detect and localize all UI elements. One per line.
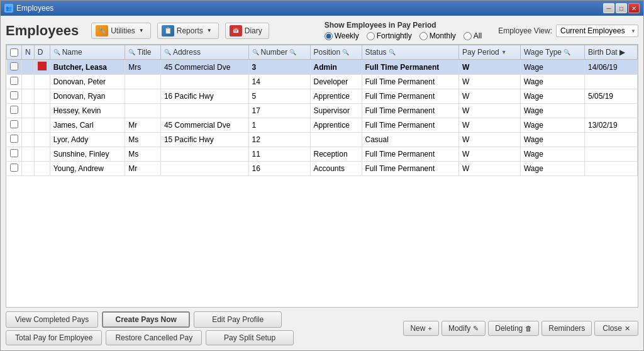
table-row[interactable]: Young, Andrew Mr 16 Accounts Full Time P… xyxy=(7,162,638,176)
table-row[interactable]: Sunshine, Finley Ms 11 Reception Full Ti… xyxy=(7,147,638,162)
modify-icon: ✎ xyxy=(473,325,479,333)
row-pay-period: W xyxy=(459,60,521,75)
row-address xyxy=(160,162,248,176)
row-status: Full Time Permanent xyxy=(362,89,459,104)
row-checkbox[interactable] xyxy=(10,62,18,70)
row-position: Apprentice xyxy=(310,118,362,133)
edit-pay-profile-button[interactable]: Edit Pay Profile xyxy=(194,311,282,328)
row-name: Sunshine, Finley xyxy=(50,147,125,162)
deleting-label: Deleting xyxy=(495,324,523,333)
pay-split-setup-button[interactable]: Pay Split Setup xyxy=(206,330,294,345)
row-birth-date xyxy=(584,104,637,118)
row-address xyxy=(160,104,248,118)
row-flag2 xyxy=(34,60,50,75)
bottom-buttons-left: View Completed Pays Create Pays Now Edit… xyxy=(6,311,294,345)
th-name[interactable]: 🔍 Name xyxy=(50,45,125,60)
row-position: Developer xyxy=(310,75,362,89)
table-row[interactable]: Donovan, Ryan 16 Pacific Hwy 5 Apprentic… xyxy=(7,89,638,104)
radio-fortnightly[interactable]: Fortnightly xyxy=(367,31,412,40)
row-status: Full Time Permanent xyxy=(362,60,459,75)
row-checkbox-cell xyxy=(7,118,22,133)
row-checkbox[interactable] xyxy=(10,120,18,128)
restore-cancelled-pay-button[interactable]: Restore Cancelled Pay xyxy=(106,330,202,345)
row-wage-type: Wage xyxy=(520,118,584,133)
row-checkbox[interactable] xyxy=(10,106,18,114)
radio-weekly-input[interactable] xyxy=(325,32,333,40)
minimize-button[interactable]: ─ xyxy=(603,3,614,13)
row-wage-type: Wage xyxy=(520,162,584,176)
radio-monthly[interactable]: Monthly xyxy=(419,31,456,40)
row-flag2 xyxy=(34,162,50,176)
row-flag2 xyxy=(34,133,50,147)
view-completed-pays-button[interactable]: View Completed Pays xyxy=(6,311,98,328)
row-number: 1 xyxy=(248,118,310,133)
diary-icon: 📅 xyxy=(230,25,242,36)
window-title: Employees xyxy=(16,4,53,13)
utilities-button[interactable]: 🔧 Utilities ▼ xyxy=(91,23,151,39)
row-flag2 xyxy=(34,104,50,118)
th-checkbox xyxy=(7,45,22,60)
row-flag1 xyxy=(22,133,35,147)
th-position[interactable]: Position 🔍 xyxy=(310,45,362,60)
row-name: Donovan, Peter xyxy=(50,75,125,89)
row-flag1 xyxy=(22,104,35,118)
utilities-chevron: ▼ xyxy=(139,28,144,33)
create-pays-now-button[interactable]: Create Pays Now xyxy=(102,311,190,328)
employee-view-select-wrapper: Current Employees All Employees Past Emp… xyxy=(556,25,638,37)
radio-weekly[interactable]: Weekly xyxy=(325,31,359,40)
th-d: D xyxy=(34,45,50,60)
total-pay-for-employee-button[interactable]: Total Pay for Employee xyxy=(6,330,102,345)
row-birth-date xyxy=(584,162,637,176)
th-title[interactable]: 🔍 Title xyxy=(125,45,161,60)
row-status: Full Time Permanent xyxy=(362,75,459,89)
reminders-button[interactable]: Reminders xyxy=(541,321,592,336)
table-row[interactable]: Butcher, Leasa Mrs 45 Commercial Dve 3 A… xyxy=(7,60,638,75)
row-checkbox[interactable] xyxy=(10,164,18,172)
row-title: Ms xyxy=(125,133,161,147)
row-checkbox[interactable] xyxy=(10,91,18,99)
table-row[interactable]: Lyor, Addy Ms 15 Pacific Hwy 12 Casual W… xyxy=(7,133,638,147)
row-flag2 xyxy=(34,89,50,104)
table-row[interactable]: James, Carl Mr 45 Commercial Dve 1 Appre… xyxy=(7,118,638,133)
row-name: Donovan, Ryan xyxy=(50,89,125,104)
row-status: Full Time Permanent xyxy=(362,147,459,162)
radio-fortnightly-label: Fortnightly xyxy=(377,31,412,40)
deleting-button[interactable]: Deleting 🗑 xyxy=(488,321,539,336)
row-flag1 xyxy=(22,118,35,133)
modify-button[interactable]: Modify ✎ xyxy=(441,321,486,336)
th-wage-type[interactable]: Wage Type 🔍 xyxy=(520,45,584,60)
close-window-button[interactable]: ✕ xyxy=(628,3,640,13)
row-pay-period: W xyxy=(459,89,521,104)
employee-view-select[interactable]: Current Employees All Employees Past Emp… xyxy=(556,25,638,37)
row-title xyxy=(125,89,161,104)
new-button[interactable]: New + xyxy=(403,321,438,336)
table-row[interactable]: Hessey, Kevin 17 Supervisor Full Time Pe… xyxy=(7,104,638,118)
title-bar: 👥 Employees ─ □ ✕ xyxy=(1,1,643,16)
employee-view-label: Employee View: xyxy=(498,26,552,35)
modify-label: Modify xyxy=(448,324,470,333)
radio-fortnightly-input[interactable] xyxy=(367,32,375,40)
diary-label: Diary xyxy=(245,26,262,35)
maximize-button[interactable]: □ xyxy=(616,3,627,13)
th-address[interactable]: 🔍 Address xyxy=(160,45,248,60)
row-status: Casual xyxy=(362,133,459,147)
close-button[interactable]: Close ✕ xyxy=(594,321,638,336)
radio-all-input[interactable] xyxy=(464,32,472,40)
th-status[interactable]: Status 🔍 xyxy=(362,45,459,60)
employee-view-section: Employee View: Current Employees All Emp… xyxy=(498,25,638,37)
main-content: Employees 🔧 Utilities ▼ 📋 Reports ▼ 📅 Di… xyxy=(1,16,643,350)
row-position xyxy=(310,133,362,147)
close-label: Close xyxy=(602,324,622,333)
table-row[interactable]: Donovan, Peter 14 Developer Full Time Pe… xyxy=(7,75,638,89)
row-checkbox[interactable] xyxy=(10,135,18,143)
reports-button[interactable]: 📋 Reports ▼ xyxy=(157,23,219,39)
radio-monthly-input[interactable] xyxy=(419,32,428,40)
row-checkbox[interactable] xyxy=(10,149,18,157)
select-all-checkbox[interactable] xyxy=(10,48,18,57)
th-birth-date[interactable]: Birth Dat ▶ xyxy=(584,45,637,60)
diary-button[interactable]: 📅 Diary xyxy=(225,23,269,39)
th-number[interactable]: 🔍 Number 🔍 xyxy=(248,45,310,60)
th-pay-period[interactable]: Pay Period ▼ xyxy=(459,45,521,60)
radio-all[interactable]: All xyxy=(464,31,482,40)
row-checkbox[interactable] xyxy=(10,77,18,85)
